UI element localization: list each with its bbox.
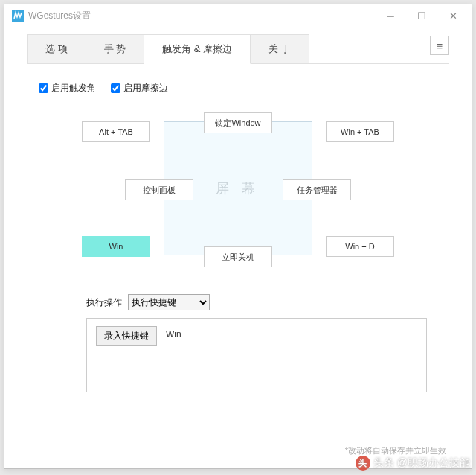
edge-bottom[interactable]: 立即关机	[204, 246, 272, 267]
action-select[interactable]: 执行快捷键	[128, 294, 210, 310]
checkbox-corners-label: 启用触发角	[51, 82, 96, 95]
watermark-text: 头条 @职场办公技能	[373, 456, 470, 470]
action-row: 执行操作 执行快捷键	[27, 294, 449, 310]
edge-left[interactable]: 控制面板	[125, 179, 193, 200]
watermark: 头 头条 @职场办公技能	[356, 456, 470, 471]
edge-top[interactable]: 锁定Window	[204, 112, 272, 133]
tab-bar: 选 项 手 势 触发角 & 摩擦边 关 于 ≡	[27, 34, 449, 64]
close-button[interactable]: ✕	[437, 5, 469, 26]
corner-top-right[interactable]: Win + TAB	[326, 121, 394, 142]
watermark-icon: 头	[356, 456, 370, 471]
edge-right[interactable]: 任务管理器	[283, 179, 351, 200]
record-shortcut-button[interactable]: 录入快捷键	[96, 326, 157, 346]
corner-top-left[interactable]: Alt + TAB	[82, 121, 150, 142]
checkbox-edges-label: 启用摩擦边	[123, 82, 168, 95]
checkbox-corners[interactable]: 启用触发角	[39, 82, 96, 95]
minimize-button[interactable]: ─	[375, 5, 406, 26]
checkbox-edges-input[interactable]	[111, 83, 120, 93]
app-icon	[12, 10, 24, 22]
tab-gestures[interactable]: 手 势	[86, 34, 145, 64]
app-window: WGestures设置 ─ ☐ ✕ 选 项 手 势 触发角 & 摩擦边 关 于 …	[4, 4, 472, 469]
tab-options[interactable]: 选 项	[27, 34, 86, 64]
content-area: 选 项 手 势 触发角 & 摩擦边 关 于 ≡ 启用触发角 启用摩擦边 屏 幕 …	[4, 27, 472, 468]
window-title: WGestures设置	[28, 10, 91, 22]
screen-diagram: 屏 幕 Alt + TAB 锁定Window Win + TAB 控制面板 任务…	[45, 112, 431, 269]
tab-about[interactable]: 关 于	[250, 34, 309, 64]
shortcut-value: Win	[166, 326, 181, 339]
menu-button[interactable]: ≡	[430, 36, 449, 55]
enable-row: 启用触发角 启用摩擦边	[27, 77, 449, 112]
maximize-button[interactable]: ☐	[406, 5, 437, 26]
titlebar: WGestures设置 ─ ☐ ✕	[4, 4, 472, 27]
action-label: 执行操作	[86, 296, 122, 309]
corner-bottom-left[interactable]: Win	[82, 236, 150, 257]
checkbox-edges[interactable]: 启用摩擦边	[111, 82, 168, 95]
checkbox-corners-input[interactable]	[39, 83, 48, 93]
shortcut-panel: 录入快捷键 Win	[86, 318, 427, 392]
tab-corners[interactable]: 触发角 & 摩擦边	[144, 34, 251, 64]
corner-bottom-right[interactable]: Win + D	[326, 236, 394, 257]
